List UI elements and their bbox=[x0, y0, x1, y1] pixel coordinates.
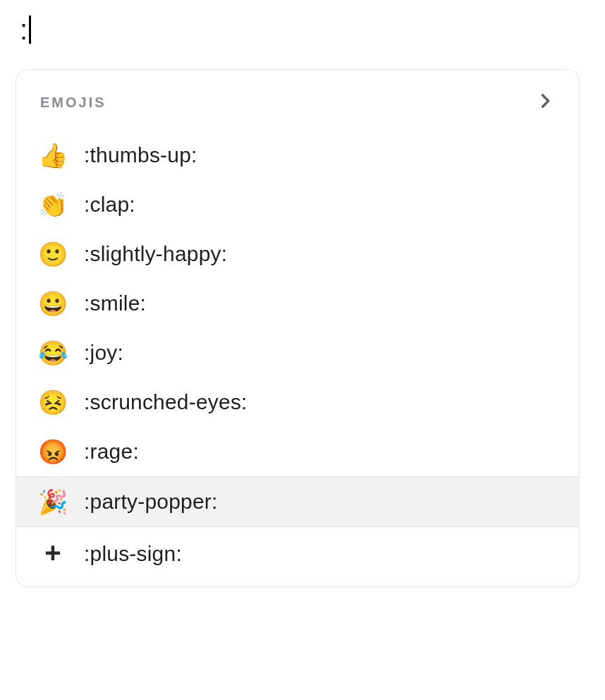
scrunched-eyes-emoji-icon: 😣 bbox=[37, 390, 68, 414]
emoji-item-scrunched-eyes[interactable]: 😣:scrunched-eyes: bbox=[16, 378, 579, 427]
chevron-right-icon[interactable] bbox=[535, 91, 555, 114]
text-caret bbox=[29, 16, 31, 44]
emoji-item-thumbs-up[interactable]: 👍:thumbs-up: bbox=[16, 131, 579, 180]
emoji-code-label: :thumbs-up: bbox=[84, 145, 197, 166]
emoji-code-label: :clap: bbox=[84, 194, 135, 215]
emoji-typeahead-input[interactable]: : bbox=[16, 10, 589, 49]
emoji-code-label: :plus-sign: bbox=[84, 543, 182, 565]
plus-icon: + bbox=[37, 538, 68, 567]
emoji-suggestions-popover: EMOJIS 👍:thumbs-up:👏:clap:🙂:slightly-hap… bbox=[16, 69, 580, 587]
emoji-code-label: :party-popper: bbox=[84, 491, 218, 512]
emoji-code-label: :scrunched-eyes: bbox=[84, 392, 248, 413]
emoji-code-label: :smile: bbox=[84, 293, 146, 314]
emoji-item-party-popper[interactable]: 🎉:party-popper: bbox=[16, 476, 579, 527]
emoji-item-clap[interactable]: 👏:clap: bbox=[16, 180, 579, 229]
emoji-item-smile[interactable]: 😀:smile: bbox=[16, 279, 579, 328]
emoji-item-slightly-happy[interactable]: 🙂:slightly-happy: bbox=[16, 229, 579, 279]
party-popper-emoji-icon: 🎉 bbox=[37, 490, 68, 514]
emoji-item-rage[interactable]: 😡:rage: bbox=[16, 427, 579, 476]
joy-emoji-icon: 😂 bbox=[37, 341, 68, 365]
popover-header: EMOJIS bbox=[16, 70, 579, 125]
thumbs-up-emoji-icon: 👍 bbox=[37, 143, 68, 167]
emoji-code-label: :slightly-happy: bbox=[84, 243, 227, 265]
emoji-code-label: :joy: bbox=[84, 342, 123, 363]
typed-text: : bbox=[20, 14, 28, 46]
emoji-list: 👍:thumbs-up:👏:clap:🙂:slightly-happy:😀:sm… bbox=[16, 125, 579, 581]
popover-title: EMOJIS bbox=[40, 95, 106, 111]
emoji-item-joy[interactable]: 😂:joy: bbox=[16, 328, 579, 378]
smile-emoji-icon: 😀 bbox=[37, 291, 68, 315]
emoji-item-plus-sign[interactable]: +:plus-sign: bbox=[16, 527, 579, 581]
clap-emoji-icon: 👏 bbox=[37, 193, 68, 217]
emoji-code-label: :rage: bbox=[84, 441, 139, 462]
slightly-happy-emoji-icon: 🙂 bbox=[37, 242, 68, 266]
rage-emoji-icon: 😡 bbox=[37, 440, 68, 464]
